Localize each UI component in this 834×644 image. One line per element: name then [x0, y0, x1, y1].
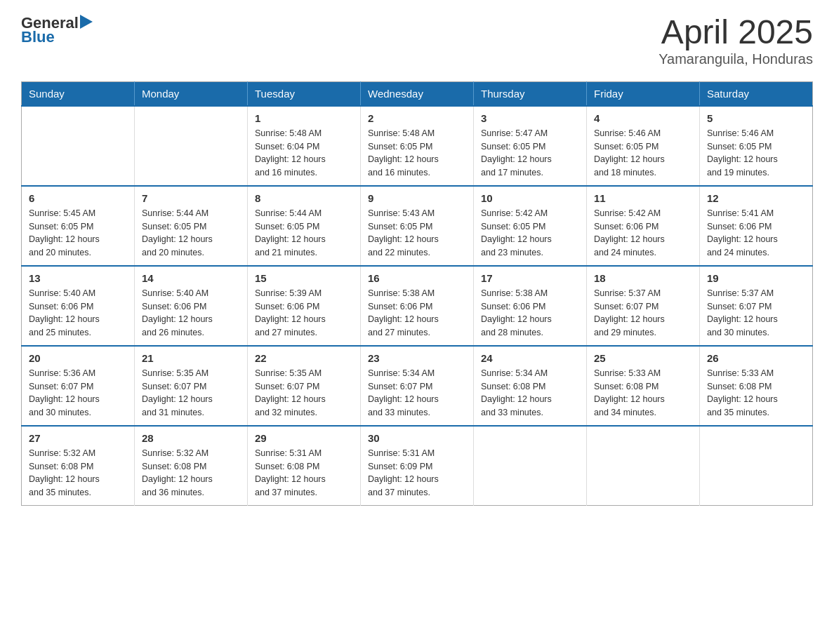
day-number: 3 [481, 112, 579, 124]
calendar-body: 1Sunrise: 5:48 AMSunset: 6:04 PMDaylight… [22, 106, 813, 506]
calendar-day-cell [22, 106, 135, 186]
logo-blue-text: Blue [21, 28, 95, 46]
day-number: 23 [368, 352, 466, 364]
page-title: April 2025 [658, 14, 813, 51]
weekday-row: SundayMondayTuesdayWednesdayThursdayFrid… [22, 81, 813, 106]
title-section: April 2025 Yamaranguila, Honduras [658, 14, 813, 67]
logo: General Blue [21, 14, 95, 46]
page-subtitle: Yamaranguila, Honduras [658, 51, 813, 67]
day-info: Sunrise: 5:31 AMSunset: 6:09 PMDaylight:… [368, 447, 466, 499]
svg-marker-0 [80, 15, 93, 29]
day-number: 21 [142, 352, 240, 364]
calendar-day-cell: 29Sunrise: 5:31 AMSunset: 6:08 PMDayligh… [248, 426, 361, 506]
day-info: Sunrise: 5:35 AMSunset: 6:07 PMDaylight:… [255, 367, 353, 420]
day-info: Sunrise: 5:32 AMSunset: 6:08 PMDaylight:… [29, 447, 127, 499]
calendar-day-cell: 8Sunrise: 5:44 AMSunset: 6:05 PMDaylight… [248, 186, 361, 266]
calendar-day-cell: 14Sunrise: 5:40 AMSunset: 6:06 PMDayligh… [135, 266, 248, 346]
day-info: Sunrise: 5:44 AMSunset: 6:05 PMDaylight:… [255, 207, 353, 260]
calendar-day-cell: 18Sunrise: 5:37 AMSunset: 6:07 PMDayligh… [587, 266, 700, 346]
day-info: Sunrise: 5:39 AMSunset: 6:06 PMDaylight:… [255, 287, 353, 340]
calendar-day-cell: 7Sunrise: 5:44 AMSunset: 6:05 PMDaylight… [135, 186, 248, 266]
calendar-day-cell: 27Sunrise: 5:32 AMSunset: 6:08 PMDayligh… [22, 426, 135, 506]
day-number: 1 [255, 112, 353, 124]
day-number: 22 [255, 352, 353, 364]
calendar-day-cell: 10Sunrise: 5:42 AMSunset: 6:05 PMDayligh… [474, 186, 587, 266]
day-number: 19 [707, 272, 805, 284]
day-number: 2 [368, 112, 466, 124]
day-number: 18 [594, 272, 692, 284]
day-info: Sunrise: 5:42 AMSunset: 6:05 PMDaylight:… [481, 207, 579, 260]
day-number: 17 [481, 272, 579, 284]
day-number: 29 [255, 432, 353, 444]
day-number: 6 [29, 192, 127, 204]
weekday-saturday: Saturday [700, 81, 813, 106]
calendar-day-cell: 21Sunrise: 5:35 AMSunset: 6:07 PMDayligh… [135, 346, 248, 426]
day-info: Sunrise: 5:40 AMSunset: 6:06 PMDaylight:… [142, 287, 240, 340]
day-info: Sunrise: 5:45 AMSunset: 6:05 PMDaylight:… [29, 207, 127, 260]
day-number: 26 [707, 352, 805, 364]
weekday-monday: Monday [135, 81, 248, 106]
day-number: 14 [142, 272, 240, 284]
calendar-table: SundayMondayTuesdayWednesdayThursdayFrid… [21, 81, 813, 506]
calendar-day-cell: 23Sunrise: 5:34 AMSunset: 6:07 PMDayligh… [361, 346, 474, 426]
day-info: Sunrise: 5:35 AMSunset: 6:07 PMDaylight:… [142, 367, 240, 420]
day-info: Sunrise: 5:46 AMSunset: 6:05 PMDaylight:… [594, 127, 692, 180]
calendar-day-cell: 24Sunrise: 5:34 AMSunset: 6:08 PMDayligh… [474, 346, 587, 426]
calendar-day-cell: 26Sunrise: 5:33 AMSunset: 6:08 PMDayligh… [700, 346, 813, 426]
calendar-day-cell [587, 426, 700, 506]
day-info: Sunrise: 5:47 AMSunset: 6:05 PMDaylight:… [481, 127, 579, 180]
day-info: Sunrise: 5:32 AMSunset: 6:08 PMDaylight:… [142, 447, 240, 499]
calendar-day-cell: 2Sunrise: 5:48 AMSunset: 6:05 PMDaylight… [361, 106, 474, 186]
day-info: Sunrise: 5:31 AMSunset: 6:08 PMDaylight:… [255, 447, 353, 499]
day-number: 30 [368, 432, 466, 444]
day-info: Sunrise: 5:37 AMSunset: 6:07 PMDaylight:… [707, 287, 805, 340]
calendar-day-cell: 11Sunrise: 5:42 AMSunset: 6:06 PMDayligh… [587, 186, 700, 266]
day-number: 7 [142, 192, 240, 204]
day-info: Sunrise: 5:43 AMSunset: 6:05 PMDaylight:… [368, 207, 466, 260]
calendar-day-cell: 6Sunrise: 5:45 AMSunset: 6:05 PMDaylight… [22, 186, 135, 266]
day-info: Sunrise: 5:33 AMSunset: 6:08 PMDaylight:… [594, 367, 692, 420]
calendar-day-cell: 9Sunrise: 5:43 AMSunset: 6:05 PMDaylight… [361, 186, 474, 266]
day-number: 11 [594, 192, 692, 204]
weekday-sunday: Sunday [22, 81, 135, 106]
calendar-day-cell: 25Sunrise: 5:33 AMSunset: 6:08 PMDayligh… [587, 346, 700, 426]
calendar-week-row: 27Sunrise: 5:32 AMSunset: 6:08 PMDayligh… [22, 426, 813, 506]
day-number: 27 [29, 432, 127, 444]
calendar-day-cell: 5Sunrise: 5:46 AMSunset: 6:05 PMDaylight… [700, 106, 813, 186]
calendar-day-cell [474, 426, 587, 506]
calendar-day-cell: 13Sunrise: 5:40 AMSunset: 6:06 PMDayligh… [22, 266, 135, 346]
calendar-day-cell: 22Sunrise: 5:35 AMSunset: 6:07 PMDayligh… [248, 346, 361, 426]
day-number: 9 [368, 192, 466, 204]
weekday-friday: Friday [587, 81, 700, 106]
weekday-wednesday: Wednesday [361, 81, 474, 106]
calendar-day-cell: 16Sunrise: 5:38 AMSunset: 6:06 PMDayligh… [361, 266, 474, 346]
calendar-day-cell: 28Sunrise: 5:32 AMSunset: 6:08 PMDayligh… [135, 426, 248, 506]
day-number: 8 [255, 192, 353, 204]
day-info: Sunrise: 5:36 AMSunset: 6:07 PMDaylight:… [29, 367, 127, 420]
day-number: 24 [481, 352, 579, 364]
day-info: Sunrise: 5:33 AMSunset: 6:08 PMDaylight:… [707, 367, 805, 420]
weekday-thursday: Thursday [474, 81, 587, 106]
calendar-day-cell: 1Sunrise: 5:48 AMSunset: 6:04 PMDaylight… [248, 106, 361, 186]
day-number: 20 [29, 352, 127, 364]
day-info: Sunrise: 5:38 AMSunset: 6:06 PMDaylight:… [368, 287, 466, 340]
day-number: 15 [255, 272, 353, 284]
calendar-week-row: 20Sunrise: 5:36 AMSunset: 6:07 PMDayligh… [22, 346, 813, 426]
day-info: Sunrise: 5:34 AMSunset: 6:08 PMDaylight:… [481, 367, 579, 420]
weekday-tuesday: Tuesday [248, 81, 361, 106]
day-info: Sunrise: 5:38 AMSunset: 6:06 PMDaylight:… [481, 287, 579, 340]
day-info: Sunrise: 5:46 AMSunset: 6:05 PMDaylight:… [707, 127, 805, 180]
calendar-day-cell: 20Sunrise: 5:36 AMSunset: 6:07 PMDayligh… [22, 346, 135, 426]
day-number: 5 [707, 112, 805, 124]
day-number: 16 [368, 272, 466, 284]
calendar-day-cell: 19Sunrise: 5:37 AMSunset: 6:07 PMDayligh… [700, 266, 813, 346]
calendar-header: SundayMondayTuesdayWednesdayThursdayFrid… [22, 81, 813, 106]
day-number: 4 [594, 112, 692, 124]
calendar-day-cell: 12Sunrise: 5:41 AMSunset: 6:06 PMDayligh… [700, 186, 813, 266]
page-header: General Blue April 2025 Yamaranguila, Ho… [21, 14, 813, 67]
day-info: Sunrise: 5:41 AMSunset: 6:06 PMDaylight:… [707, 207, 805, 260]
day-info: Sunrise: 5:48 AMSunset: 6:04 PMDaylight:… [255, 127, 353, 180]
calendar-day-cell [135, 106, 248, 186]
day-number: 13 [29, 272, 127, 284]
calendar-day-cell: 4Sunrise: 5:46 AMSunset: 6:05 PMDaylight… [587, 106, 700, 186]
